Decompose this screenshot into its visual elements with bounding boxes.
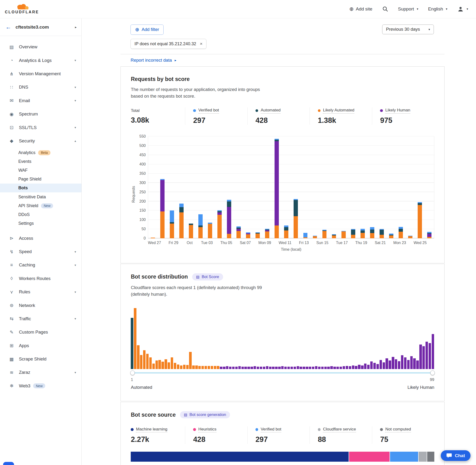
histogram-bar xyxy=(272,367,274,369)
sidebar-item-speed[interactable]: ↯Speed▾ xyxy=(0,245,81,258)
histogram-bar xyxy=(398,361,400,369)
sidebar-item-security[interactable]: ◆Security▴ xyxy=(0,134,81,148)
report-incorrect-data-link[interactable]: Report incorrect data xyxy=(130,58,172,63)
sidebar-item-bots[interactable]: Bots xyxy=(0,184,81,192)
histogram-bar xyxy=(361,365,363,369)
slider-max-label: 99 xyxy=(430,377,434,382)
stat-label: Likely Automated xyxy=(318,108,355,114)
bot-score-generation-badge-label: Bot score generation xyxy=(190,412,226,417)
bar-segment-likely-human xyxy=(427,234,432,237)
sidebar-item-version-management[interactable]: ⋔Version Management xyxy=(0,67,81,81)
slider-handle-min[interactable] xyxy=(130,370,135,375)
cloudflare-logo[interactable]: CLOUDFLARE xyxy=(5,4,39,14)
sidebar-item-dns[interactable]: ∷DNS▾ xyxy=(0,81,81,94)
sidebar-item-caching[interactable]: ≡Caching▾ xyxy=(0,258,81,272)
search-button[interactable] xyxy=(382,6,388,12)
requests-stats-row: Total3.08kVerified bot297Automated428Lik… xyxy=(131,107,434,125)
report-row: Report incorrect data ▸ xyxy=(120,54,444,66)
sidebar-item-access[interactable]: ⊳Access xyxy=(0,232,81,245)
histogram-bar xyxy=(137,345,139,369)
bar-segment-likely-automated xyxy=(380,235,384,239)
site-name: cftestsite3.com xyxy=(15,24,71,30)
sidebar-item-overview[interactable]: ▤Overview xyxy=(0,40,81,53)
badge-new: New xyxy=(41,203,53,208)
sidebar-item-analytics[interactable]: AnalyticsBeta xyxy=(0,148,81,157)
sidebar-item-analytics-logs[interactable]: ◔Analytics & Logs▾ xyxy=(0,54,81,67)
stat-label: Cloudflare service xyxy=(318,427,356,433)
stat-value: 1.38k xyxy=(318,116,372,125)
bot-score-generation-badge[interactable]: ▤ Bot score generation xyxy=(180,411,230,418)
language-menu[interactable]: English ▾ xyxy=(428,6,447,12)
sidebar-item-zaraz[interactable]: ≋Zaraz▾ xyxy=(0,366,81,379)
gear-icon[interactable]: ⚙ xyxy=(3,462,14,465)
bar-group xyxy=(215,137,224,238)
support-menu[interactable]: Support ▾ xyxy=(398,6,418,12)
x-axis-labels: Wed 27Fri 29OctTue 03Thu 05Sat 07Mon 09W… xyxy=(148,241,434,245)
histogram-bar xyxy=(432,334,434,369)
bar-segment-likely-automated xyxy=(151,238,155,238)
histogram-bar xyxy=(287,367,290,369)
sidebar-item-settings[interactable]: Settings xyxy=(0,219,81,228)
bar-group xyxy=(367,137,377,238)
sidebar-item-scrape-shield[interactable]: ▦Scrape Shield xyxy=(0,352,81,366)
sidebar-item-web3[interactable]: ❄Web3New xyxy=(0,379,81,393)
stat-label-text: Machine learning xyxy=(136,427,167,433)
add-filter-button[interactable]: ⊕ Add filter xyxy=(130,24,164,35)
bar-group xyxy=(186,137,196,238)
bar-segment-verified-bot xyxy=(370,227,374,229)
bar-group xyxy=(205,137,215,238)
account-menu[interactable]: ▾ xyxy=(457,6,468,12)
histogram-bar xyxy=(232,367,234,369)
sidebar-item-page-shield[interactable]: Page Shield xyxy=(0,175,81,184)
bar-segment-automated xyxy=(370,230,374,233)
chat-button[interactable]: Chat xyxy=(441,450,471,461)
add-site-button[interactable]: ⊕ Add site xyxy=(349,6,372,12)
close-icon[interactable]: × xyxy=(200,41,202,46)
bar-segment-verified-bot xyxy=(303,233,308,237)
sidebar-item-ssl-tls[interactable]: ⊡SSL/TLS▾ xyxy=(0,121,81,134)
histogram-bar xyxy=(343,366,345,369)
sidebar-item-events[interactable]: Events xyxy=(0,157,81,166)
sidebar-item-traffic[interactable]: ⇆Traffic▾ xyxy=(0,312,81,326)
stacked-bar xyxy=(341,231,346,238)
histogram-bar xyxy=(161,362,164,369)
slider-track[interactable] xyxy=(131,372,434,374)
histogram-bar xyxy=(370,361,373,369)
sidebar-item-ddos[interactable]: DDoS xyxy=(0,210,81,219)
histogram-bar xyxy=(429,343,431,369)
stacked-bar xyxy=(427,232,432,238)
histogram-bar xyxy=(423,346,425,369)
chevron-down-icon: ▾ xyxy=(74,59,76,62)
sidebar-item-custom-pages[interactable]: ✎Custom Pages xyxy=(0,326,81,339)
date-range-select[interactable]: Previous 30 days ▾ xyxy=(382,24,434,34)
sidebar-item-api-shield[interactable]: API ShieldNew xyxy=(0,201,81,210)
slider-handle-max[interactable] xyxy=(430,370,435,375)
analytics-logs-icon: ◔ xyxy=(9,58,15,63)
filter-toolbar: ⊕ Add filter IP does not equal 35.212.24… xyxy=(120,18,444,49)
sidebar-item-label: Zaraz xyxy=(19,370,30,375)
bar-segment-likely-automated xyxy=(332,235,336,238)
sidebar-item-network[interactable]: ⊚Network xyxy=(0,299,81,312)
search-icon xyxy=(382,6,388,12)
filter-chip[interactable]: IP does not equal 35.212.240.32 × xyxy=(130,39,206,49)
chevron-down-icon: ▾ xyxy=(74,371,76,374)
sidebar-item-apps[interactable]: ⊞Apps xyxy=(0,339,81,352)
sidebar-item-label: DNS xyxy=(19,85,28,90)
back-arrow-icon[interactable]: ← xyxy=(5,24,11,31)
bar-segment-likely-automated xyxy=(399,232,403,238)
bar-segment-automated xyxy=(294,200,298,216)
bar-segment-automated xyxy=(351,230,355,234)
histogram-bar xyxy=(242,367,244,369)
sidebar-item-spectrum[interactable]: ◉Spectrum xyxy=(0,107,81,121)
sidebar-item-email[interactable]: ✉Email▾ xyxy=(0,94,81,107)
site-expand-chevron-icon[interactable]: ▸ xyxy=(75,25,77,29)
stacked-bar xyxy=(351,229,355,238)
sidebar-subitem-label: Settings xyxy=(18,221,34,226)
bot-score-badge[interactable]: ▤ Bot Score xyxy=(192,273,223,280)
sidebar-item-workers-routes[interactable]: ◊Workers Routes xyxy=(0,272,81,285)
sidebar-item-waf[interactable]: WAF xyxy=(0,166,81,175)
collapse-sidebar-button[interactable]: ⚙ Collapse sidebar xyxy=(3,462,48,465)
histogram-bar xyxy=(226,366,228,369)
sidebar-item-sensitive-data[interactable]: Sensitive Data xyxy=(0,192,81,201)
sidebar-item-rules[interactable]: ⋎Rules▾ xyxy=(0,285,81,299)
